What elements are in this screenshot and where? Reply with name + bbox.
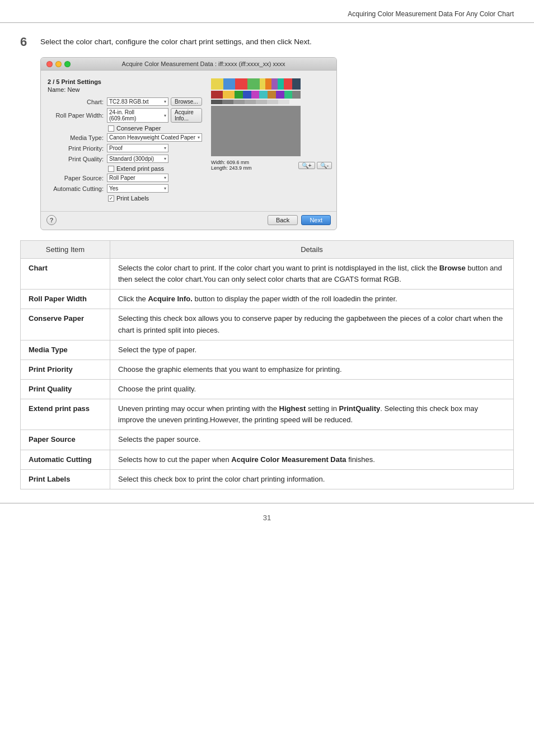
print-quality-label: Print Quality: xyxy=(48,156,104,162)
roll-width-select[interactable]: 24-in. Roll (609.6mm) ▾ xyxy=(107,108,168,123)
conserve-paper-label: Conserve Paper xyxy=(116,125,161,132)
print-quality-control: Standard (300dpi) ▾ xyxy=(107,155,202,163)
paper-source-arrow: ▾ xyxy=(164,175,166,180)
table-cell-detail: Choose the print quality. xyxy=(110,379,514,399)
minimize-button[interactable] xyxy=(55,61,62,67)
maximize-button[interactable] xyxy=(64,61,71,67)
print-priority-control: Proof ▾ xyxy=(107,144,202,152)
table-cell-detail: Click the Acquire Info. button to displa… xyxy=(110,290,514,309)
conserve-paper-checkbox[interactable] xyxy=(108,125,114,132)
dialog-preview-panel: Width: 609.6 mm Length: 243.9 mm 🔍+ 🔍- xyxy=(209,75,336,209)
table-cell-item: Roll Paper Width xyxy=(21,290,110,309)
table-row: Media TypeSelect the type of paper. xyxy=(21,340,514,360)
settings-table: Setting Item Details ChartSelects the co… xyxy=(20,240,514,489)
auto-cutting-arrow: ▾ xyxy=(164,186,166,191)
print-labels-row: ✓ Print Labels xyxy=(108,195,202,202)
table-row: Automatic CuttingSelects how to cut the … xyxy=(21,450,514,469)
table-cell-detail: Selects the paper source. xyxy=(110,430,514,450)
table-cell-detail: Choose the graphic elements that you wan… xyxy=(110,360,514,379)
table-row: Paper SourceSelects the paper source. xyxy=(21,430,514,450)
preview-gray-area xyxy=(211,106,301,156)
media-type-arrow: ▾ xyxy=(198,135,200,140)
table-cell-item: Automatic Cutting xyxy=(21,450,110,469)
table-cell-detail: Select this check box to print the color… xyxy=(110,469,514,489)
table-cell-item: Media Type xyxy=(21,340,110,360)
step-row: 6 Select the color chart, configure the … xyxy=(20,36,514,49)
print-quality-select[interactable]: Standard (300dpi) ▾ xyxy=(107,155,168,163)
preview-info: Width: 609.6 mm Length: 243.9 mm 🔍+ 🔍- xyxy=(211,160,332,171)
name-value: New xyxy=(67,86,79,93)
col2-header: Details xyxy=(110,241,514,259)
table-row: Extend print passUneven printing may occ… xyxy=(21,399,514,430)
form-row-print-priority: Print Priority: Proof ▾ xyxy=(48,144,202,152)
roll-width-label: Roll Paper Width: xyxy=(48,112,104,119)
form-row-chart: Chart: TC2.83 RGB.txt ▾ Browse... xyxy=(48,97,202,106)
print-priority-label: Print Priority: xyxy=(48,145,104,152)
print-labels-label: Print Labels xyxy=(116,195,149,202)
form-row-auto-cutting: Automatic Cutting: Yes ▾ xyxy=(48,184,202,193)
form-row-media-type: Media Type: Canon Heavyweight Coated Pap… xyxy=(48,133,202,142)
table-cell-item: Print Quality xyxy=(21,379,110,399)
dialog-wrapper: Acquire Color Measurement Data : iff:xxx… xyxy=(40,57,514,230)
chart-select[interactable]: TC2.83 RGB.txt ▾ xyxy=(107,97,168,106)
dialog-title: Acquire Color Measurement Data : iff:xxx… xyxy=(76,60,331,67)
next-button[interactable]: Next xyxy=(301,215,331,225)
chart-label: Chart: xyxy=(48,99,104,105)
page-header-title: Acquiring Color Measurement Data For Any… xyxy=(348,10,514,18)
media-type-label: Media Type: xyxy=(48,134,104,141)
dialog-section-title: 2 / 5 Print Settings xyxy=(48,78,202,85)
browse-button[interactable]: Browse... xyxy=(171,97,202,106)
zoom-out-button[interactable]: 🔍- xyxy=(317,162,332,169)
traffic-lights xyxy=(46,61,71,67)
dialog-name-row: Name: New xyxy=(48,86,202,93)
table-cell-item: Conserve Paper xyxy=(21,309,110,340)
form-row-paper-source: Paper Source: Roll Paper ▾ xyxy=(48,174,202,182)
chart-control: TC2.83 RGB.txt ▾ Browse... xyxy=(107,97,202,106)
extend-print-pass-row: Extend print pass xyxy=(108,165,202,172)
print-quality-arrow: ▾ xyxy=(164,156,166,161)
step-text: Select the color chart, configure the co… xyxy=(40,36,312,48)
extend-print-pass-checkbox[interactable] xyxy=(108,166,114,172)
roll-width-control: 24-in. Roll (609.6mm) ▾ Acquire Info... xyxy=(107,108,202,123)
table-row: Print LabelsSelect this check box to pri… xyxy=(21,469,514,489)
table-cell-item: Paper Source xyxy=(21,430,110,450)
dialog-titlebar: Acquire Color Measurement Data : iff:xxx… xyxy=(41,58,336,71)
dialog-footer: ? Back Next xyxy=(41,211,336,230)
print-priority-select[interactable]: Proof ▾ xyxy=(107,144,168,152)
page-footer: 31 xyxy=(0,503,534,528)
extend-print-pass-label: Extend print pass xyxy=(116,165,164,172)
roll-width-value: 24-in. Roll (609.6mm) xyxy=(109,109,162,122)
back-button[interactable]: Back xyxy=(268,215,298,225)
table-cell-detail: Uneven printing may occur when printing … xyxy=(110,399,514,430)
width-label: Width: 609.6 mm xyxy=(211,160,252,165)
help-button[interactable]: ? xyxy=(46,215,57,225)
auto-cutting-value: Yes xyxy=(109,185,118,192)
media-type-control: Canon Heavyweight Coated Paper ▾ xyxy=(107,133,202,142)
print-labels-checkbox[interactable]: ✓ xyxy=(108,195,114,202)
auto-cutting-label: Automatic Cutting: xyxy=(48,185,104,192)
step-number: 6 xyxy=(20,35,40,49)
form-row-roll-width: Roll Paper Width: 24-in. Roll (609.6mm) … xyxy=(48,108,202,123)
media-type-select[interactable]: Canon Heavyweight Coated Paper ▾ xyxy=(107,133,202,142)
table-row: ChartSelects the color chart to print. I… xyxy=(21,259,514,290)
paper-source-control: Roll Paper ▾ xyxy=(107,174,202,182)
col1-header: Setting Item xyxy=(21,241,110,259)
name-label: Name: xyxy=(48,86,65,93)
print-priority-value: Proof xyxy=(109,145,123,151)
close-button[interactable] xyxy=(46,61,53,67)
table-row: Print QualityChoose the print quality. xyxy=(21,379,514,399)
table-row: Conserve PaperSelecting this check box a… xyxy=(21,309,514,340)
table-row: Roll Paper WidthClick the Acquire Info. … xyxy=(21,290,514,309)
paper-source-label: Paper Source: xyxy=(48,175,104,181)
auto-cutting-select[interactable]: Yes ▾ xyxy=(107,184,168,193)
table-cell-detail: Selecting this check box allows you to c… xyxy=(110,309,514,340)
zoom-in-button[interactable]: 🔍+ xyxy=(298,162,315,169)
color-chart-preview xyxy=(211,78,301,156)
main-content: 6 Select the color chart, configure the … xyxy=(0,23,534,489)
preview-dimensions: Width: 609.6 mm Length: 243.9 mm xyxy=(211,160,252,171)
table-cell-item: Chart xyxy=(21,259,110,290)
table-cell-detail: Selects how to cut the paper when Acquir… xyxy=(110,450,514,469)
paper-source-select[interactable]: Roll Paper ▾ xyxy=(107,174,168,182)
acquire-info-button[interactable]: Acquire Info... xyxy=(171,108,202,123)
print-quality-value: Standard (300dpi) xyxy=(109,156,154,162)
